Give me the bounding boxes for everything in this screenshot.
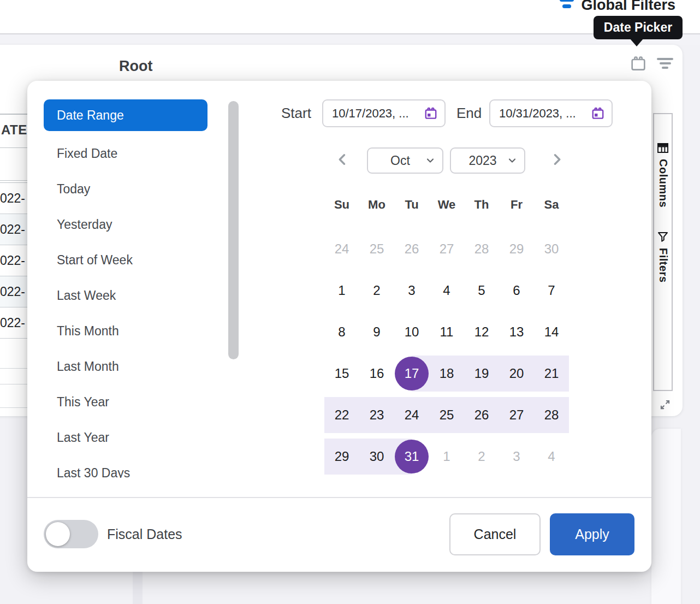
preset-date-range[interactable]: Date Range: [44, 99, 207, 131]
day-2[interactable]: 2: [359, 270, 394, 311]
day-18[interactable]: 18: [429, 353, 464, 394]
global-filters[interactable]: Global Filters: [559, 0, 675, 14]
day-30-muted[interactable]: 30: [534, 228, 569, 270]
day-number: 25: [440, 407, 454, 423]
week-row: 2930311234: [324, 436, 569, 477]
day-8[interactable]: 8: [324, 311, 359, 353]
start-label: Start: [281, 105, 311, 122]
day-30[interactable]: 30: [359, 436, 394, 477]
preset-last-year[interactable]: Last Year: [44, 420, 207, 455]
day-21[interactable]: 21: [534, 353, 569, 394]
preset-last-30-days[interactable]: Last 30 Days: [44, 455, 207, 478]
fiscal-dates-toggle[interactable]: [44, 520, 98, 548]
day-2-muted[interactable]: 2: [464, 436, 499, 477]
columns-icon: [656, 141, 669, 155]
day-5[interactable]: 5: [464, 270, 499, 311]
day-number: 5: [478, 283, 485, 298]
day-13[interactable]: 13: [499, 311, 534, 353]
preset-start-of-week[interactable]: Start of Week: [44, 242, 207, 278]
day-number: 7: [548, 283, 555, 298]
resize-handle-icon[interactable]: [658, 398, 672, 412]
day-20[interactable]: 20: [499, 353, 534, 394]
day-14[interactable]: 14: [534, 311, 569, 353]
day-1[interactable]: 1: [324, 270, 359, 311]
preset-today[interactable]: Today: [44, 171, 207, 207]
background-divider: [133, 572, 143, 604]
day-number: 28: [544, 407, 559, 423]
day-number: 24: [405, 407, 419, 423]
preset-fixed-date[interactable]: Fixed Date: [44, 136, 207, 171]
week-row: 15161718192021: [324, 353, 569, 394]
day-number: 29: [509, 241, 524, 257]
day-29[interactable]: 29: [324, 436, 359, 477]
month-select[interactable]: Oct: [367, 147, 443, 174]
preset-last-month[interactable]: Last Month: [44, 349, 207, 384]
day-31[interactable]: 31: [394, 436, 429, 477]
side-rail: Columns Filters: [653, 113, 673, 391]
week-row: 22232425262728: [324, 394, 569, 436]
start-date-input[interactable]: 10/17/2023, ...: [322, 99, 446, 127]
start-calendar-icon[interactable]: [424, 106, 438, 121]
day-17[interactable]: 17: [394, 353, 429, 394]
day-23[interactable]: 23: [359, 394, 394, 436]
day-22[interactable]: 22: [324, 394, 359, 436]
day-12[interactable]: 12: [464, 311, 499, 353]
preset-last-week[interactable]: Last Week: [44, 278, 207, 313]
tab-filters[interactable]: Filters: [656, 230, 669, 283]
day-4[interactable]: 4: [429, 270, 464, 311]
weekday-su: Su: [324, 198, 359, 212]
day-number: 8: [338, 324, 345, 340]
day-26[interactable]: 26: [464, 394, 499, 436]
filters-icon: [656, 230, 669, 244]
cancel-button[interactable]: Cancel: [449, 513, 541, 555]
day-25-muted[interactable]: 25: [359, 228, 394, 270]
chevron-down-icon: [507, 155, 518, 166]
weekday-mo: Mo: [359, 198, 394, 212]
date-picker-modal: Date RangeFixed DateTodayYesterdayStart …: [27, 81, 651, 572]
weekday-header-row: SuMoTuWeThFrSa: [324, 198, 569, 212]
day-11[interactable]: 11: [429, 311, 464, 353]
table-filter-icon[interactable]: [657, 58, 673, 71]
next-month-button[interactable]: [549, 152, 565, 167]
preset-this-month[interactable]: This Month: [44, 313, 207, 349]
start-date-value: 10/17/2023, ...: [323, 106, 424, 121]
apply-button[interactable]: Apply: [550, 513, 634, 555]
day-15[interactable]: 15: [324, 353, 359, 394]
day-number: 1: [338, 283, 345, 298]
day-29-muted[interactable]: 29: [499, 228, 534, 270]
day-3[interactable]: 3: [394, 270, 429, 311]
day-7[interactable]: 7: [534, 270, 569, 311]
year-select-value: 2023: [451, 153, 507, 168]
day-19[interactable]: 19: [464, 353, 499, 394]
columns-label: Columns: [657, 159, 669, 208]
day-3-muted[interactable]: 3: [499, 436, 534, 477]
day-4-muted[interactable]: 4: [534, 436, 569, 477]
day-26-muted[interactable]: 26: [394, 228, 429, 270]
day-6[interactable]: 6: [499, 270, 534, 311]
date-picker-icon[interactable]: [630, 55, 647, 73]
preset-yesterday[interactable]: Yesterday: [44, 207, 207, 242]
day-1-muted[interactable]: 1: [429, 436, 464, 477]
year-select[interactable]: 2023: [450, 147, 525, 174]
end-date-input[interactable]: 10/31/2023, ...: [489, 99, 613, 127]
day-25[interactable]: 25: [429, 394, 464, 436]
preset-scrollbar[interactable]: [228, 101, 239, 359]
tab-columns[interactable]: Columns: [656, 141, 669, 208]
chevron-down-icon: [425, 155, 436, 166]
day-10[interactable]: 10: [394, 311, 429, 353]
preset-this-year[interactable]: This Year: [44, 384, 207, 420]
day-24-muted[interactable]: 24: [324, 228, 359, 270]
day-27-muted[interactable]: 27: [429, 228, 464, 270]
day-number: 22: [335, 407, 349, 423]
day-24[interactable]: 24: [394, 394, 429, 436]
end-calendar-icon[interactable]: [591, 106, 605, 121]
day-number: 27: [509, 407, 524, 423]
day-number: 15: [335, 366, 349, 381]
day-16[interactable]: 16: [359, 353, 394, 394]
day-number: 13: [509, 324, 524, 340]
previous-month-button[interactable]: [335, 152, 350, 167]
day-28-muted[interactable]: 28: [464, 228, 499, 270]
day-28[interactable]: 28: [534, 394, 569, 436]
day-9[interactable]: 9: [359, 311, 394, 353]
day-27[interactable]: 27: [499, 394, 534, 436]
